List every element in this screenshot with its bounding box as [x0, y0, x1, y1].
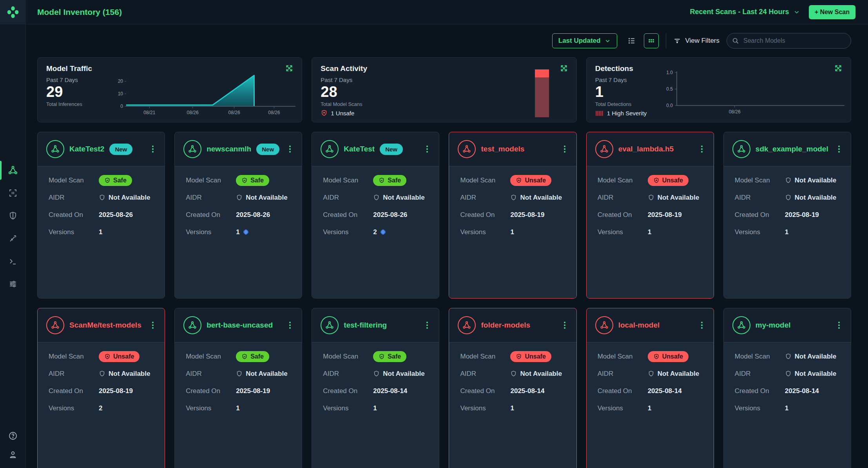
- aidr-row: AIDR Not Available: [460, 368, 565, 380]
- card-menu-button[interactable]: [150, 143, 156, 155]
- created-on-label: Created On: [186, 387, 236, 395]
- new-scan-button[interactable]: + New Scan: [809, 5, 855, 19]
- not-available-value: Not Available: [99, 370, 150, 378]
- list-view-icon: [627, 36, 636, 45]
- sidebar-item-scanner[interactable]: [0, 185, 26, 201]
- card-menu-button[interactable]: [150, 319, 156, 331]
- model-card[interactable]: local-model Model Scan Unsafe AIDR Not A…: [586, 308, 714, 468]
- expand-button[interactable]: [560, 64, 568, 73]
- model-card-header: eval_lambda.h5: [587, 132, 714, 166]
- model-name[interactable]: bert-base-uncased: [207, 321, 273, 330]
- aidr-value: Not Available: [510, 370, 565, 378]
- sort-dropdown[interactable]: Last Updated: [552, 33, 618, 48]
- card-menu-button[interactable]: [424, 143, 430, 155]
- model-name[interactable]: eval_lambda.h5: [618, 145, 674, 153]
- card-menu-button[interactable]: [562, 319, 568, 331]
- versions-value: 1: [785, 228, 840, 236]
- model-name[interactable]: test-filtering: [344, 321, 387, 330]
- created-on-row: Created On 2025-08-26: [49, 209, 154, 221]
- sword-icon: [8, 234, 18, 243]
- model-name[interactable]: KateTest2: [69, 145, 104, 153]
- help-icon: [8, 431, 18, 441]
- card-menu-button[interactable]: [699, 319, 705, 331]
- card-menu-button[interactable]: [836, 143, 842, 155]
- card-menu-button[interactable]: [424, 319, 430, 331]
- aidr-row: AIDR Not Available: [460, 191, 565, 204]
- shield-alert-icon: [516, 177, 522, 184]
- model-scan-label: Model Scan: [186, 177, 236, 184]
- model-card[interactable]: sdk_example_model Model Scan Not Availab…: [723, 132, 851, 299]
- versions-label: Versions: [735, 404, 785, 412]
- model-name[interactable]: sdk_example_model: [756, 145, 828, 153]
- severity-bars-icon: [595, 110, 604, 117]
- model-card[interactable]: folder-models Model Scan Unsafe AIDR Not…: [449, 308, 576, 468]
- card-menu-button[interactable]: [699, 143, 705, 155]
- model-card-body: Model Scan Unsafe AIDR Not Available Cre…: [38, 342, 165, 468]
- shield-outline-icon: [373, 370, 380, 377]
- model-card[interactable]: KateTest2 New Model Scan Safe AIDR Not A…: [37, 132, 165, 299]
- model-card[interactable]: test-filtering Model Scan Safe AIDR Not …: [312, 308, 439, 468]
- model-card[interactable]: newscanmlh New Model Scan Safe AIDR Not …: [174, 132, 302, 299]
- created-on-value: 2025-08-14: [648, 387, 703, 395]
- aidr-label: AIDR: [186, 194, 236, 202]
- sidebar-item-attack[interactable]: [0, 231, 26, 246]
- created-on-value: 2025-08-26: [99, 211, 154, 219]
- account-button[interactable]: [0, 448, 26, 461]
- model-card-header: bert-base-uncased: [175, 308, 302, 342]
- card-menu-button[interactable]: [836, 319, 842, 331]
- versions-label: Versions: [460, 228, 510, 236]
- aidr-row: AIDR Not Available: [49, 368, 154, 380]
- help-button[interactable]: [0, 430, 26, 442]
- scanner-icon: [8, 188, 18, 198]
- model-card-body: Model Scan Unsafe AIDR Not Available Cre…: [587, 166, 714, 298]
- model-name[interactable]: my-model: [756, 321, 791, 330]
- versions-value: 1: [99, 228, 154, 236]
- card-menu-button[interactable]: [287, 319, 293, 331]
- model-card[interactable]: test_models Model Scan Unsafe AIDR Not A…: [449, 132, 576, 299]
- model-name[interactable]: folder-models: [481, 321, 530, 330]
- model-card[interactable]: ScanMe/test-models Model Scan Unsafe AID…: [37, 308, 165, 468]
- model-name[interactable]: KateTest: [344, 145, 375, 153]
- created-on-label: Created On: [323, 211, 373, 219]
- svg-text:20: 20: [118, 78, 123, 84]
- sidebar-item-shield[interactable]: [0, 208, 26, 224]
- model-card[interactable]: KateTest New Model Scan Safe AIDR Not Av…: [312, 132, 439, 299]
- model-type-icon: [46, 140, 64, 158]
- model-name[interactable]: ScanMe/test-models: [69, 321, 141, 330]
- sidebar-item-console[interactable]: [0, 253, 26, 269]
- aidr-label: AIDR: [186, 370, 236, 378]
- aidr-row: AIDR Not Available: [598, 368, 703, 380]
- scan-scope-dropdown[interactable]: Recent Scans - Last 24 Hours: [690, 8, 800, 16]
- not-available-value: Not Available: [510, 194, 562, 202]
- created-on-value: 2025-08-26: [236, 211, 291, 219]
- unsafe-badge: Unsafe: [648, 351, 689, 362]
- model-type-icon: [183, 316, 201, 334]
- model-card[interactable]: bert-base-uncased Model Scan Safe AIDR N…: [174, 308, 302, 468]
- aidr-label: AIDR: [598, 194, 648, 202]
- app-logo[interactable]: [0, 0, 26, 24]
- sidebar-item-settings[interactable]: [0, 276, 26, 292]
- model-card-body: Model Scan Not Available AIDR Not Availa…: [724, 342, 851, 468]
- model-type-icon: [732, 316, 750, 334]
- new-badge: New: [256, 144, 279, 155]
- svg-text:08/21: 08/21: [144, 110, 156, 115]
- view-filters-button[interactable]: View Filters: [673, 37, 719, 45]
- model-name[interactable]: test_models: [481, 145, 524, 153]
- model-name[interactable]: local-model: [618, 321, 660, 330]
- model-scan-row: Model Scan Safe: [49, 174, 154, 186]
- model-type-icon: [732, 140, 750, 158]
- created-on-label: Created On: [460, 211, 510, 219]
- stat-title: Model Traffic: [46, 64, 92, 73]
- card-menu-button[interactable]: [287, 143, 293, 155]
- model-traffic-chart: 0102008/2108/2608/2608/26: [112, 70, 296, 117]
- sidebar-item-models[interactable]: [0, 162, 26, 178]
- card-menu-button[interactable]: [562, 143, 568, 155]
- model-card[interactable]: my-model Model Scan Not Available AIDR N…: [723, 308, 851, 468]
- shield-outline-icon: [785, 194, 792, 201]
- list-view-button[interactable]: [624, 33, 639, 48]
- search-input[interactable]: [727, 33, 851, 49]
- model-card[interactable]: eval_lambda.h5 Model Scan Unsafe AIDR No…: [586, 132, 714, 299]
- model-name[interactable]: newscanmlh: [207, 145, 251, 153]
- grid-view-button[interactable]: [644, 33, 659, 48]
- model-scan-value: Safe: [373, 351, 428, 362]
